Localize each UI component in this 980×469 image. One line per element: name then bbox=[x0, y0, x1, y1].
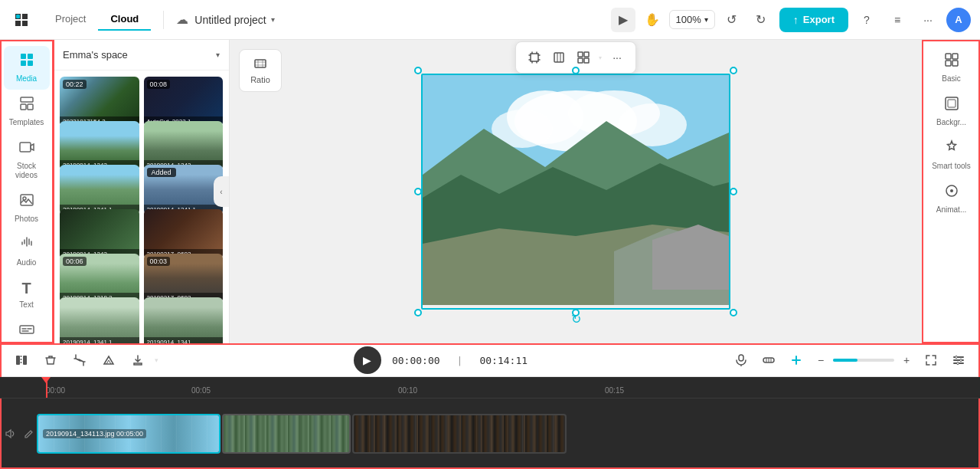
tab-cloud[interactable]: Cloud bbox=[98, 8, 151, 31]
export-timeline-button[interactable] bbox=[126, 348, 150, 372]
volume-button[interactable] bbox=[3, 426, 18, 441]
video-canvas[interactable]: ▾ ··· bbox=[421, 74, 730, 310]
media-item-3[interactable]: 20190914_1243... bbox=[60, 121, 139, 171]
media-item-1[interactable]: 00:2220231017154 2... bbox=[60, 77, 139, 126]
project-chevron-icon: ▾ bbox=[271, 15, 275, 24]
microphone-button[interactable] bbox=[729, 348, 753, 372]
zoom-selector[interactable]: 100% ▾ bbox=[669, 10, 715, 29]
fullscreen-button[interactable] bbox=[919, 348, 943, 372]
media-item-2[interactable]: 00:08AutoCut_2023 1... bbox=[144, 77, 224, 126]
clip-3[interactable] bbox=[352, 414, 567, 454]
sidebar-item-media[interactable]: Media bbox=[4, 46, 50, 90]
media-item-8[interactable]: 20190317_0603... bbox=[144, 209, 224, 259]
handle-top-right[interactable] bbox=[730, 67, 737, 74]
media-item-12[interactable]: 20190914_1341... bbox=[144, 297, 224, 343]
workspace-selector[interactable]: Emma's space ▾ bbox=[54, 40, 229, 71]
speed-button[interactable] bbox=[96, 348, 121, 372]
more-button[interactable]: ··· bbox=[916, 8, 940, 32]
media-item-10[interactable]: 00:0320190317_0603... bbox=[144, 254, 224, 303]
more-options-button[interactable]: ··· bbox=[606, 47, 628, 68]
duration-badge: 00:03 bbox=[147, 257, 171, 266]
main-layout: Media Templates Stock videos bbox=[0, 40, 980, 343]
handle-top-left[interactable] bbox=[414, 67, 422, 74]
duration-badge: 00:08 bbox=[147, 80, 171, 89]
right-panel-basic[interactable]: Basic bbox=[927, 46, 976, 90]
basic-icon bbox=[944, 52, 959, 71]
right-panel-smart-tools[interactable]: Smart tools bbox=[927, 133, 976, 177]
sidebar-item-stock-videos[interactable]: Stock videos bbox=[4, 133, 50, 186]
ruler-mark-0: 00:00 bbox=[46, 386, 65, 395]
svg-rect-11 bbox=[20, 326, 34, 333]
ruler-mark-5: 00:05 bbox=[191, 386, 211, 395]
rotation-handle[interactable]: ↻ bbox=[571, 312, 581, 326]
scroll-indicator[interactable]: ‹ bbox=[214, 176, 229, 207]
play-button[interactable]: ▶ bbox=[354, 346, 381, 374]
media-filename: 20190914_1341... bbox=[144, 337, 224, 343]
svg-rect-5 bbox=[21, 97, 33, 102]
sidebar-item-label-templates: Templates bbox=[9, 118, 44, 127]
edit-button[interactable] bbox=[21, 426, 37, 441]
project-title[interactable]: Untitled project ▾ bbox=[194, 14, 274, 26]
sidebar-item-photos[interactable]: Photos bbox=[4, 186, 50, 230]
zoom-out-button[interactable]: − bbox=[812, 351, 830, 369]
handle-middle-left[interactable] bbox=[414, 188, 422, 195]
playhead[interactable] bbox=[46, 377, 47, 398]
sidebar-item-label-text: Text bbox=[19, 300, 33, 310]
handle-bottom-left[interactable] bbox=[414, 309, 422, 316]
cloud-icon: ☁ bbox=[176, 12, 188, 27]
media-item-11[interactable]: 20190914_1341 1... bbox=[60, 297, 139, 343]
clip-1[interactable]: 20190914_134113.jpg 00:05:00 bbox=[37, 414, 220, 454]
right-panel-background[interactable]: Backgr... bbox=[927, 90, 976, 133]
zoom-chevron-icon: ▾ bbox=[704, 15, 708, 24]
magnetic-button[interactable] bbox=[784, 348, 808, 372]
settings-button[interactable] bbox=[946, 348, 971, 372]
svg-rect-40 bbox=[739, 355, 743, 361]
svg-rect-18 bbox=[584, 58, 589, 63]
logo[interactable] bbox=[9, 8, 34, 32]
media-item-6[interactable]: Added20190914_1341 1... bbox=[144, 165, 224, 215]
track-controls bbox=[3, 426, 37, 441]
media-item-5[interactable]: 20190914_1341 1... bbox=[60, 165, 139, 215]
media-item-7[interactable]: 20190914_1243... bbox=[60, 209, 139, 259]
playback-right: − + bbox=[729, 348, 971, 372]
svg-rect-13 bbox=[531, 54, 538, 61]
tab-project[interactable]: Project bbox=[43, 8, 98, 31]
multi-button[interactable] bbox=[573, 47, 594, 68]
undo-button[interactable]: ↺ bbox=[720, 8, 744, 32]
crop-button[interactable] bbox=[524, 47, 545, 68]
resize-button[interactable] bbox=[548, 47, 570, 68]
media-item-9[interactable]: 00:0620190914_1318 3... bbox=[60, 254, 139, 303]
sidebar-item-label-audio: Audio bbox=[17, 258, 37, 267]
handle-bottom-right[interactable] bbox=[730, 309, 737, 316]
menu-button[interactable]: ≡ bbox=[885, 8, 910, 32]
sidebar-item-label-media: Media bbox=[16, 74, 37, 84]
hand-tool-button[interactable]: ✋ bbox=[640, 8, 665, 32]
crop-timeline-button[interactable] bbox=[67, 348, 92, 372]
right-panel-animate[interactable]: Animat... bbox=[927, 177, 976, 221]
handle-middle-right[interactable] bbox=[730, 188, 737, 195]
redo-button[interactable]: ↻ bbox=[749, 8, 773, 32]
clip-2[interactable] bbox=[222, 414, 351, 454]
svg-rect-38 bbox=[16, 356, 20, 365]
svg-rect-8 bbox=[20, 143, 31, 152]
right-panel-label-basic: Basic bbox=[942, 74, 960, 84]
export-button[interactable]: ↑ Export bbox=[779, 8, 848, 32]
zoom-in-button[interactable]: + bbox=[897, 351, 916, 369]
text-icon: T bbox=[21, 280, 31, 297]
delete-button[interactable] bbox=[38, 348, 63, 372]
sidebar-item-captions[interactable]: Captions bbox=[4, 316, 50, 343]
avatar[interactable]: A bbox=[946, 8, 971, 32]
help-button[interactable]: ? bbox=[854, 8, 879, 32]
media-item-4[interactable]: 20190914_1243... bbox=[144, 121, 224, 171]
split-button[interactable] bbox=[9, 348, 34, 372]
zoom-track[interactable] bbox=[833, 359, 894, 362]
media-panel: Emma's space ▾ 00:2220231017154 2...00:0… bbox=[54, 40, 230, 343]
select-tool-button[interactable]: ▶ bbox=[611, 8, 635, 32]
sidebar-item-audio[interactable]: Audio bbox=[4, 230, 50, 274]
topbar-divider bbox=[163, 11, 164, 29]
effect-button[interactable] bbox=[756, 348, 781, 372]
captions-icon bbox=[19, 322, 34, 341]
svg-point-47 bbox=[957, 362, 959, 365]
sidebar-item-text[interactable]: T Text bbox=[4, 274, 50, 316]
sidebar-item-templates[interactable]: Templates bbox=[4, 90, 50, 133]
